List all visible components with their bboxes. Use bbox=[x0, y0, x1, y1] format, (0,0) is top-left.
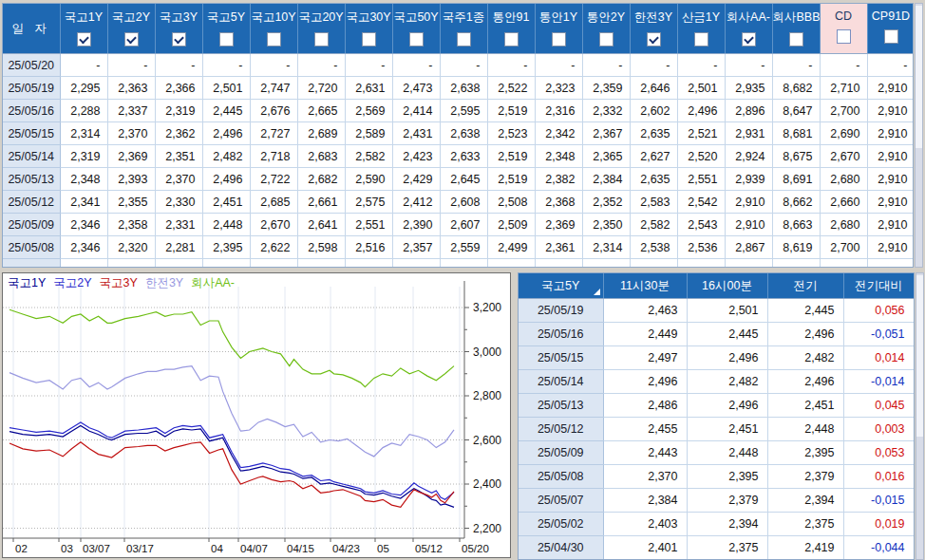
column-checkbox[interactable] bbox=[552, 32, 566, 47]
column-header-4[interactable]: 국고5Y bbox=[202, 4, 250, 54]
yield-value-cell bbox=[535, 259, 582, 269]
column-checkbox-checked[interactable] bbox=[172, 32, 186, 47]
detail-date-cell[interactable]: 25/05/12 bbox=[519, 418, 603, 441]
yield-value-cell: - bbox=[392, 54, 440, 77]
yield-value-cell: 2,519 bbox=[487, 168, 535, 191]
top-table-scrollbar[interactable] bbox=[915, 3, 923, 268]
top-scrollbar-thumb[interactable] bbox=[916, 6, 922, 148]
column-label: 통안91 bbox=[488, 9, 535, 26]
detail-column-header-5[interactable]: 전기대비 bbox=[843, 273, 914, 299]
detail-prev-cell: 2,482 bbox=[767, 346, 843, 370]
yield-value-cell: 2,367 bbox=[582, 122, 630, 145]
column-header-9[interactable]: 국주1종 bbox=[440, 4, 487, 54]
detail-date-cell[interactable]: 25/05/08 bbox=[519, 465, 603, 489]
column-header-16[interactable]: 회사BBB- bbox=[772, 4, 820, 54]
column-header-12[interactable]: 통안2Y bbox=[582, 4, 630, 54]
column-checkbox[interactable] bbox=[409, 32, 424, 47]
detail-prev-cell: 2,394 bbox=[767, 489, 843, 513]
yield-value-cell: 2,355 bbox=[107, 191, 155, 214]
yield-value-cell: 2,638 bbox=[440, 122, 487, 145]
detail-date-cell[interactable]: 25/05/07 bbox=[519, 489, 603, 513]
column-header-18[interactable]: CP91D bbox=[867, 4, 914, 54]
date-column-header[interactable]: 일 자 bbox=[3, 4, 60, 54]
detail-date-cell[interactable]: 25/05/16 bbox=[519, 323, 603, 346]
date-cell[interactable]: 25/05/19 bbox=[3, 77, 60, 100]
yield-value-cell bbox=[820, 259, 867, 269]
yield-value-cell: 2,363 bbox=[107, 77, 155, 100]
detail-column-header-1[interactable]: 국고5Y bbox=[519, 273, 603, 299]
column-checkbox[interactable] bbox=[884, 29, 898, 44]
column-header-8[interactable]: 국고50Y bbox=[392, 4, 440, 54]
column-label: 한전3Y bbox=[631, 9, 677, 26]
detail-date-cell[interactable]: 25/05/19 bbox=[519, 299, 603, 323]
column-checkbox-checked[interactable] bbox=[77, 32, 91, 47]
column-header-10[interactable]: 통안91 bbox=[487, 4, 535, 54]
empty-row bbox=[3, 259, 914, 269]
date-cell[interactable]: 25/05/15 bbox=[3, 122, 60, 145]
column-checkbox[interactable] bbox=[837, 29, 851, 44]
detail-date-cell[interactable]: 25/05/09 bbox=[519, 441, 603, 465]
yield-value-cell bbox=[440, 259, 487, 269]
column-header-15[interactable]: 회사AA- bbox=[725, 4, 772, 54]
column-header-3[interactable]: 국고3Y bbox=[155, 4, 202, 54]
column-checkbox[interactable] bbox=[599, 32, 614, 47]
date-cell[interactable]: 25/05/13 bbox=[3, 168, 60, 191]
yield-value-cell bbox=[202, 259, 250, 269]
column-header-13[interactable]: 한전3Y bbox=[630, 4, 677, 54]
column-checkbox[interactable] bbox=[219, 32, 234, 47]
yield-value-cell: 2,314 bbox=[582, 236, 630, 259]
column-header-2[interactable]: 국고2Y bbox=[107, 4, 155, 54]
detail-scrollbar-thumb[interactable] bbox=[916, 275, 923, 437]
yield-value-cell: 2,551 bbox=[677, 168, 725, 191]
column-header-5[interactable]: 국고10Y bbox=[250, 4, 297, 54]
detail-column-header-3[interactable]: 16시00분 bbox=[687, 273, 767, 299]
date-cell[interactable]: 25/05/16 bbox=[3, 100, 60, 122]
daily-row: 25/05/20------------------ bbox=[3, 54, 914, 77]
yield-value-cell bbox=[630, 259, 677, 269]
yield-value-cell: 2,536 bbox=[677, 236, 725, 259]
yield-value-cell: 2,910 bbox=[725, 214, 772, 236]
column-checkbox[interactable] bbox=[314, 32, 329, 47]
column-checkbox[interactable] bbox=[694, 32, 708, 47]
yield-value-cell bbox=[725, 259, 772, 269]
column-header-7[interactable]: 국고30Y bbox=[345, 4, 392, 54]
detail-date-cell[interactable]: 25/05/14 bbox=[519, 370, 603, 394]
yield-value-cell: 2,660 bbox=[820, 191, 867, 214]
column-checkbox[interactable] bbox=[504, 32, 519, 47]
detail-date-cell[interactable]: 25/04/30 bbox=[519, 536, 603, 560]
yield-value-cell: 2,429 bbox=[392, 168, 440, 191]
date-cell[interactable]: 25/05/14 bbox=[3, 145, 60, 168]
detail-date-cell[interactable]: 25/05/02 bbox=[519, 513, 603, 536]
column-header-1[interactable]: 국고1Y bbox=[60, 4, 107, 54]
column-header-14[interactable]: 산금1Y bbox=[677, 4, 725, 54]
column-checkbox[interactable] bbox=[789, 32, 803, 47]
column-checkbox-checked[interactable] bbox=[124, 32, 139, 47]
column-header-17[interactable]: CD bbox=[820, 4, 867, 54]
detail-column-header-2[interactable]: 11시30분 bbox=[603, 273, 687, 299]
yield-value-cell: 2,316 bbox=[535, 100, 582, 122]
column-checkbox[interactable] bbox=[362, 32, 376, 47]
column-header-6[interactable]: 국고20Y bbox=[297, 4, 345, 54]
date-cell[interactable]: 25/05/08 bbox=[3, 236, 60, 259]
date-cell[interactable]: 25/05/12 bbox=[3, 191, 60, 214]
date-cell[interactable]: 25/05/09 bbox=[3, 214, 60, 236]
column-checkbox[interactable] bbox=[267, 32, 281, 47]
detail-row: 25/05/132,4862,4962,4510,045 bbox=[519, 394, 914, 418]
yield-value-cell: 2,680 bbox=[820, 168, 867, 191]
detail-table-scrollbar[interactable] bbox=[916, 272, 924, 560]
detail-date-cell[interactable]: 25/05/13 bbox=[519, 394, 603, 418]
date-cell[interactable]: 25/05/20 bbox=[3, 54, 60, 77]
yield-value-cell: - bbox=[630, 54, 677, 77]
yield-value-cell: 2,646 bbox=[630, 77, 677, 100]
yield-value-cell: 2,431 bbox=[392, 122, 440, 145]
column-label: 회사AA- bbox=[726, 9, 772, 26]
detail-row: 25/05/022,4032,3942,3750,019 bbox=[519, 513, 914, 536]
detail-date-cell[interactable]: 25/05/15 bbox=[519, 346, 603, 370]
column-checkbox-checked[interactable] bbox=[647, 32, 661, 47]
column-checkbox-checked[interactable] bbox=[742, 32, 756, 47]
yield-value-cell: 2,319 bbox=[155, 100, 202, 122]
yield-value-cell: 2,896 bbox=[725, 100, 772, 122]
detail-column-header-4[interactable]: 전기 bbox=[767, 273, 843, 299]
column-checkbox[interactable] bbox=[457, 32, 471, 47]
column-header-11[interactable]: 통안1Y bbox=[535, 4, 582, 54]
